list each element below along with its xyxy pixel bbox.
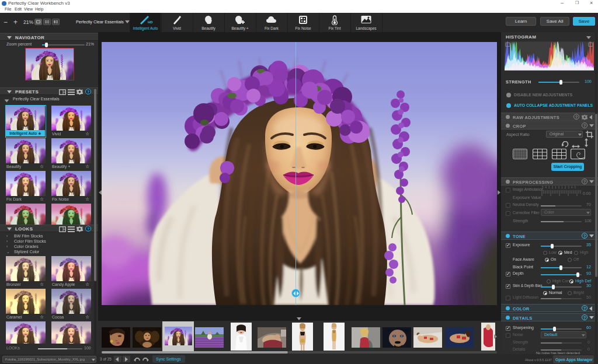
svg-text:HD: HD [148, 20, 153, 24]
